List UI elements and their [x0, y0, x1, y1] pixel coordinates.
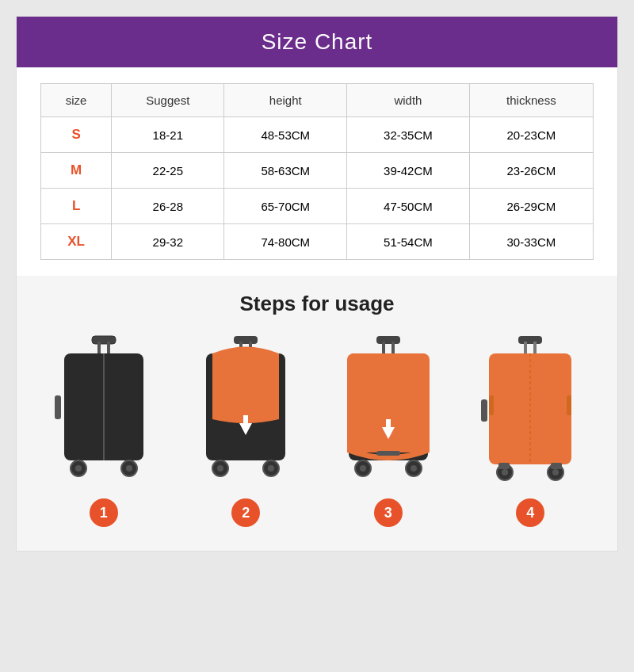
svg-point-19	[268, 465, 274, 472]
svg-rect-0	[92, 336, 116, 344]
svg-rect-44	[498, 463, 510, 469]
width-m: 39-42CM	[347, 153, 470, 189]
steps-section: Steps for usage	[17, 276, 617, 551]
step-2: 2	[182, 332, 309, 527]
svg-rect-2	[107, 342, 110, 353]
suggest-l: 26-28	[112, 189, 224, 224]
step-1: 1	[40, 332, 167, 527]
svg-rect-34	[533, 342, 537, 353]
svg-point-6	[75, 465, 82, 472]
width-s: 32-35CM	[347, 117, 470, 153]
svg-rect-33	[524, 342, 527, 353]
main-container: Size Chart size Suggest height width thi…	[16, 16, 618, 552]
svg-rect-25	[376, 451, 400, 456]
col-suggest: Suggest	[112, 84, 224, 117]
svg-point-17	[217, 465, 223, 472]
step-4: 4	[467, 332, 594, 527]
page-header: Size Chart	[17, 17, 617, 67]
col-width: width	[347, 84, 470, 117]
svg-point-29	[360, 465, 366, 472]
svg-rect-32	[518, 336, 542, 344]
svg-rect-38	[567, 395, 571, 415]
col-size: size	[41, 84, 112, 117]
table-row-s: S 18-21 48-53CM 32-35CM 20-23CM	[41, 117, 594, 153]
svg-rect-9	[55, 395, 61, 419]
width-l: 47-50CM	[347, 189, 470, 224]
suggest-xl: 29-32	[112, 224, 224, 260]
step-number-1: 1	[90, 498, 118, 527]
step-3: 3	[325, 332, 452, 527]
height-m: 58-63CM	[224, 153, 347, 189]
height-s: 48-53CM	[224, 117, 347, 153]
svg-point-43	[552, 469, 559, 475]
thickness-xl: 30-33CM	[469, 224, 593, 260]
suggest-m: 22-25	[112, 153, 224, 189]
steps-title: Steps for usage	[25, 292, 609, 316]
svg-point-41	[502, 469, 508, 475]
svg-rect-22	[391, 342, 395, 353]
svg-rect-39	[481, 399, 487, 422]
svg-rect-1	[97, 342, 101, 353]
height-xl: 74-80CM	[224, 224, 347, 260]
svg-rect-15	[243, 415, 248, 427]
size-label-m: M	[41, 153, 112, 189]
size-label-xl: XL	[41, 224, 112, 260]
svg-point-31	[411, 465, 417, 472]
size-chart-table: size Suggest height width thickness S 18…	[40, 83, 594, 260]
height-l: 65-70CM	[224, 189, 347, 224]
svg-rect-10	[234, 336, 258, 344]
step2-illustration	[190, 332, 301, 491]
svg-rect-45	[551, 463, 562, 469]
table-header-row: size Suggest height width thickness	[41, 84, 594, 117]
col-thickness: thickness	[469, 84, 593, 117]
svg-rect-21	[382, 342, 385, 353]
step3-illustration	[333, 332, 444, 491]
thickness-l: 26-29CM	[469, 189, 593, 224]
step-number-4: 4	[516, 498, 544, 527]
table-row-xl: XL 29-32 74-80CM 51-54CM 30-33CM	[41, 224, 594, 260]
size-label-s: S	[41, 117, 112, 153]
svg-point-8	[126, 465, 132, 472]
svg-rect-37	[489, 395, 494, 415]
step4-illustration	[475, 332, 586, 491]
thickness-m: 23-26CM	[469, 153, 593, 189]
suggest-s: 18-21	[112, 117, 224, 153]
step1-illustration	[48, 332, 159, 491]
step-number-3: 3	[374, 498, 403, 527]
table-row-m: M 22-25 58-63CM 39-42CM 23-26CM	[41, 153, 594, 189]
size-chart-section: size Suggest height width thickness S 18…	[17, 67, 617, 276]
table-row-l: L 26-28 65-70CM 47-50CM 26-29CM	[41, 189, 594, 224]
svg-rect-20	[376, 336, 400, 344]
step-number-2: 2	[231, 498, 260, 527]
size-label-l: L	[41, 189, 112, 224]
width-xl: 51-54CM	[347, 224, 470, 260]
col-height: height	[224, 84, 347, 117]
thickness-s: 20-23CM	[469, 117, 593, 153]
steps-images-container: 1	[25, 332, 609, 527]
page-title: Size Chart	[17, 29, 617, 55]
svg-rect-27	[386, 419, 391, 431]
